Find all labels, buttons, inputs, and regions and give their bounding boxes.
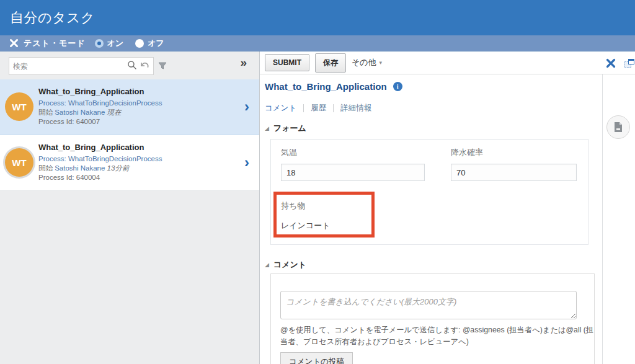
search-input[interactable]: [9, 62, 127, 71]
comments-section-header[interactable]: ◢ コメント: [265, 259, 306, 270]
chevron-right-icon[interactable]: ›: [244, 155, 249, 170]
side-strip-divider: [602, 74, 603, 364]
comment-help-text: @を使用して、コメントを電子メールで送信します: @assignees (担当者…: [280, 324, 595, 348]
task-avatar: WT: [5, 92, 33, 121]
search-box: [9, 57, 154, 75]
task-started-line: 開始 Satoshi Nakane 現在: [38, 108, 237, 117]
started-label: 開始: [38, 109, 53, 116]
close-detail-icon[interactable]: [606, 58, 616, 68]
detail-title-row: What_to_Bring_Application i: [265, 81, 402, 92]
started-by-link[interactable]: Satoshi Nakane: [55, 164, 105, 172]
submit-button[interactable]: SUBMIT: [265, 54, 309, 71]
task-id-line: Process Id: 640007: [38, 117, 237, 127]
other-actions-menu[interactable]: その他 ▾: [352, 57, 382, 68]
main-area: » WT What_to_Bring_Application Process: …: [0, 51, 635, 364]
undo-search-icon[interactable]: [140, 60, 150, 72]
detach-window-icon[interactable]: [624, 59, 635, 68]
detail-tabs: コメント 履歴 詳細情報: [265, 103, 371, 113]
process-name-link[interactable]: WhatToBringDecisionProcess: [68, 99, 162, 107]
chevron-right-icon[interactable]: ›: [244, 99, 249, 114]
app-header: 自分のタスク: [0, 0, 635, 35]
detail-title: What_to_Bring_Application: [265, 81, 387, 92]
process-id-label: Process Id:: [38, 174, 74, 181]
post-comment-button[interactable]: コメントの投稿: [280, 352, 353, 364]
task-list-panel: » WT What_to_Bring_Application Process: …: [0, 51, 260, 364]
chevron-down-icon: ▾: [380, 60, 383, 66]
search-row: »: [0, 51, 259, 79]
radio-on[interactable]: [95, 39, 104, 48]
app-window: 自分のタスク テスト・モード オン オフ: [0, 0, 635, 364]
started-by-link[interactable]: Satoshi Nakane: [55, 109, 105, 116]
process-label: Process:: [38, 99, 66, 107]
detach-front-frame: [628, 59, 634, 64]
comment-input[interactable]: [280, 291, 577, 319]
process-label: Process:: [38, 155, 66, 162]
collapse-panel-icon[interactable]: »: [240, 56, 247, 69]
started-time: 現在: [107, 109, 122, 116]
search-icon[interactable]: [127, 60, 137, 73]
test-mode-off-option[interactable]: オフ: [135, 38, 171, 49]
task-title: What_to_Bring_Application: [38, 87, 237, 96]
temperature-label: 気温: [281, 147, 425, 158]
task-process-line: Process: WhatToBringDecisionProcess: [38, 154, 237, 164]
page-title: 自分のタスク: [10, 9, 95, 27]
started-time: 13分前: [107, 164, 130, 172]
task-avatar: WT: [5, 148, 33, 177]
task-started-line: 開始 Satoshi Nakane 13分前: [38, 164, 237, 173]
tab-history[interactable]: 履歴: [311, 103, 326, 113]
search-icons: [127, 60, 153, 73]
save-button[interactable]: 保存: [315, 53, 346, 73]
comments-panel: @を使用して、コメントを電子メールで送信します: @assignees (担当者…: [270, 273, 595, 364]
started-label: 開始: [38, 164, 53, 172]
belongings-value: レインコート: [281, 220, 331, 231]
radio-off[interactable]: [135, 39, 144, 48]
attachments-doc-icon[interactable]: [606, 115, 630, 139]
filter-icon[interactable]: [158, 61, 167, 73]
tab-separator: [303, 104, 304, 112]
tab-separator: [333, 104, 334, 112]
disclosure-triangle-icon: ◢: [265, 262, 269, 268]
test-mode-on-option[interactable]: オン: [95, 38, 130, 49]
task-title: What_to_Bring_Application: [38, 143, 237, 152]
info-icon[interactable]: i: [393, 82, 402, 91]
form-section-label: フォーム: [273, 123, 306, 134]
test-mode-bar: テスト・モード オン オフ: [0, 35, 635, 51]
other-actions-label: その他: [352, 57, 376, 68]
temperature-input[interactable]: [281, 164, 425, 181]
close-test-mode-icon[interactable]: [10, 39, 18, 47]
task-process-line: Process: WhatToBringDecisionProcess: [38, 99, 237, 108]
task-list-item[interactable]: WT What_to_Bring_Application Process: Wh…: [0, 135, 259, 191]
belongings-label: 持ち物: [281, 200, 305, 211]
precipitation-field: 降水確率: [451, 147, 577, 181]
precipitation-input[interactable]: [451, 164, 577, 181]
comments-section-label: コメント: [273, 259, 306, 270]
process-id-value: 640007: [76, 118, 100, 125]
task-id-line: Process Id: 640004: [38, 173, 237, 182]
test-mode-label: テスト・モード: [24, 38, 86, 49]
precipitation-label: 降水確率: [451, 147, 577, 158]
task-detail-panel: SUBMIT 保存 その他 ▾ What_to_Bring_Applicatio…: [260, 51, 635, 364]
radio-off-label: オフ: [148, 38, 164, 49]
detail-toolbar: SUBMIT 保存 その他 ▾: [260, 51, 635, 74]
process-name-link[interactable]: WhatToBringDecisionProcess: [68, 155, 162, 162]
tab-details[interactable]: 詳細情報: [340, 103, 371, 113]
form-section-header[interactable]: ◢ フォーム: [265, 123, 306, 134]
temperature-field: 気温: [281, 147, 425, 181]
disclosure-triangle-icon: ◢: [265, 126, 269, 131]
tab-comments[interactable]: コメント: [265, 103, 296, 113]
form-panel: 気温 降水確率 持ち物 レインコート: [270, 139, 588, 245]
process-id-label: Process Id:: [38, 118, 74, 125]
task-list-item[interactable]: WT What_to_Bring_Application Process: Wh…: [0, 79, 259, 135]
radio-on-label: オン: [107, 38, 124, 49]
process-id-value: 640004: [76, 174, 100, 181]
